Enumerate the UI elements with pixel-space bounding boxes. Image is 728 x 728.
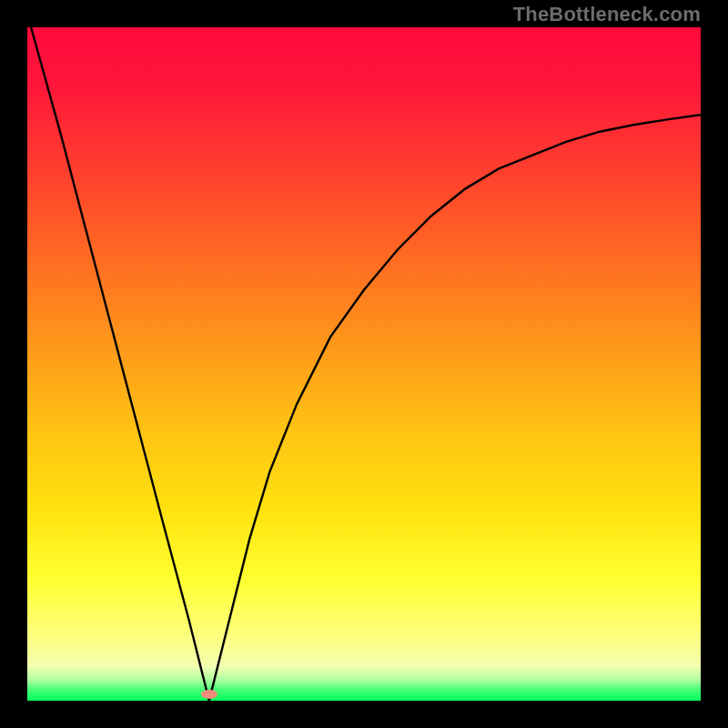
plot-area xyxy=(27,27,701,701)
minimum-marker xyxy=(201,690,217,699)
chart-frame: TheBottleneck.com xyxy=(0,0,728,728)
watermark-text: TheBottleneck.com xyxy=(513,3,701,26)
bottleneck-curve xyxy=(27,27,701,701)
curve-svg xyxy=(27,27,701,701)
